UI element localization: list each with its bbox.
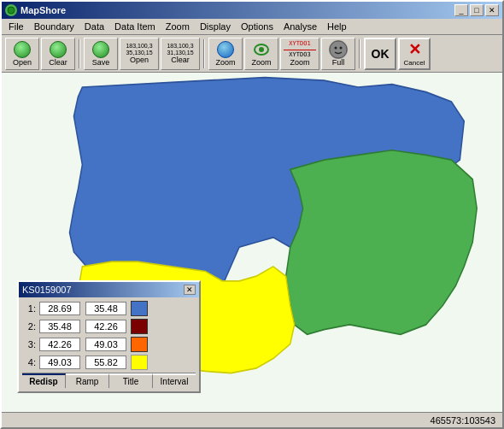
clear-boundary-icon: [49, 40, 67, 59]
zoom-lasso-button[interactable]: Zoom: [244, 38, 278, 70]
legend-color-4[interactable]: [131, 355, 148, 370]
zoom-full-button[interactable]: Full: [321, 38, 355, 70]
svg-point-5: [340, 47, 343, 50]
zoom-globe-label: Zoom: [215, 59, 235, 67]
menu-data-item[interactable]: Data Item: [109, 21, 161, 32]
menu-analyse[interactable]: Analyse: [278, 21, 322, 32]
zoom-full-label: Full: [332, 59, 345, 67]
menu-bar: File Boundary Data Data Item Zoom Displa…: [2, 19, 502, 35]
menu-data[interactable]: Data: [79, 21, 109, 32]
title-bar-left: MapShore: [5, 4, 66, 16]
legend-num-3: 3:: [22, 339, 36, 350]
zoom-coord-button[interactable]: XYTDO1 XYTDO3 Zoom: [280, 38, 319, 70]
menu-help[interactable]: Help: [322, 21, 352, 32]
open-boundary-icon: [13, 40, 32, 59]
boundary-open-label: Open: [13, 59, 32, 67]
map-area[interactable]: KS0159007 ✕ 1: 2:: [2, 73, 502, 412]
coordinates-display: 465573:103543: [431, 415, 495, 426]
save-data-icon: [91, 40, 110, 59]
zoom-globe-icon: [216, 40, 235, 59]
cancel-label: Cancel: [404, 59, 425, 67]
svg-point-0: [8, 7, 15, 14]
close-button[interactable]: ✕: [485, 4, 499, 16]
separator-3: [359, 39, 360, 68]
legend-num-2: 2:: [22, 321, 36, 332]
legend-val2-1[interactable]: [85, 302, 126, 315]
legend-title: KS0159007: [22, 285, 72, 295]
boundary-clear-button[interactable]: Clear: [41, 38, 75, 70]
coord-separator: [284, 50, 316, 50]
data-clear-label: Clear: [171, 56, 190, 64]
legend-val1-3[interactable]: [39, 338, 80, 351]
legend-num-1: 1:: [22, 303, 36, 314]
zoom-globe-button[interactable]: Zoom: [208, 38, 243, 70]
svg-point-4: [335, 47, 337, 50]
separator-1: [79, 39, 80, 68]
menu-options[interactable]: Options: [236, 21, 278, 32]
legend-tab-redisp[interactable]: Redisp: [22, 373, 66, 388]
status-bar: 465573:103543: [2, 412, 502, 427]
window-title: MapShore: [21, 5, 66, 15]
legend-val1-2[interactable]: [39, 320, 80, 333]
minimize-button[interactable]: _: [454, 4, 468, 16]
ok-label: OK: [372, 47, 390, 61]
legend-color-2[interactable]: [131, 319, 148, 334]
svg-point-2: [259, 47, 264, 52]
title-bar: MapShore _ □ ✕: [2, 2, 502, 19]
zoom-full-icon: [329, 40, 348, 59]
data-open-button[interactable]: 183,100,3 35,130,15 Open: [120, 38, 159, 70]
app-icon: [5, 4, 17, 16]
legend-row-4: 4:: [22, 355, 196, 370]
data-clear-coord1: 183,100,3: [167, 43, 193, 50]
ok-button[interactable]: OK: [364, 38, 396, 70]
menu-file[interactable]: File: [3, 21, 29, 32]
legend-tab-interval[interactable]: Interval: [153, 373, 196, 388]
legend-row-3: 3:: [22, 337, 196, 352]
menu-display[interactable]: Display: [195, 21, 236, 32]
legend-close-button[interactable]: ✕: [184, 285, 196, 295]
boundary-clear-label: Clear: [49, 59, 67, 67]
data-clear-button[interactable]: 183,100,3 31,130,15 Clear: [161, 38, 200, 70]
data-save-label: Save: [92, 59, 110, 67]
legend-val2-3[interactable]: [85, 338, 126, 351]
legend-num-4: 4:: [22, 357, 36, 367]
zoom-coord-label: Zoom: [290, 59, 309, 67]
zoom-lasso-label: Zoom: [251, 59, 271, 67]
zoom-lasso-icon: [252, 40, 271, 59]
cancel-icon: ✕: [408, 40, 421, 59]
menu-boundary[interactable]: Boundary: [29, 21, 79, 32]
legend-tab-ramp[interactable]: Ramp: [66, 373, 109, 388]
boundary-open-button[interactable]: Open: [5, 38, 39, 70]
toolbar: Open Clear Save 183,100,3 35,130,15 Open…: [2, 35, 502, 73]
data-save-button[interactable]: Save: [84, 38, 118, 70]
svg-point-3: [330, 41, 347, 58]
legend-val1-4[interactable]: [39, 356, 80, 369]
legend-row-2: 2:: [22, 319, 196, 334]
legend-color-3[interactable]: [131, 337, 148, 352]
zoom-coord-line1: XYTDO1: [289, 40, 310, 48]
legend-tab-title[interactable]: Title: [109, 373, 153, 388]
face-icon: [329, 40, 348, 59]
legend-val2-2[interactable]: [85, 320, 126, 333]
legend-color-1[interactable]: [131, 301, 148, 316]
legend-body: 1: 2: 3:: [19, 297, 199, 391]
legend-row-1: 1:: [22, 301, 196, 316]
data-open-coord1: 183,100,3: [126, 43, 152, 50]
legend-val2-4[interactable]: [85, 356, 126, 369]
title-bar-controls: _ □ ✕: [454, 4, 499, 16]
legend-title-bar: KS0159007 ✕: [19, 282, 199, 297]
legend-val1-1[interactable]: [39, 302, 80, 315]
main-window: MapShore _ □ ✕ File Boundary Data Data I…: [0, 0, 504, 429]
data-open-label: Open: [130, 56, 149, 64]
legend-tabs: Redisp Ramp Title Interval: [22, 373, 196, 388]
legend-popup: KS0159007 ✕ 1: 2:: [17, 280, 201, 393]
menu-zoom[interactable]: Zoom: [161, 21, 195, 32]
separator-2: [203, 39, 205, 68]
cancel-button[interactable]: ✕ Cancel: [398, 38, 431, 70]
maximize-button[interactable]: □: [470, 4, 483, 16]
